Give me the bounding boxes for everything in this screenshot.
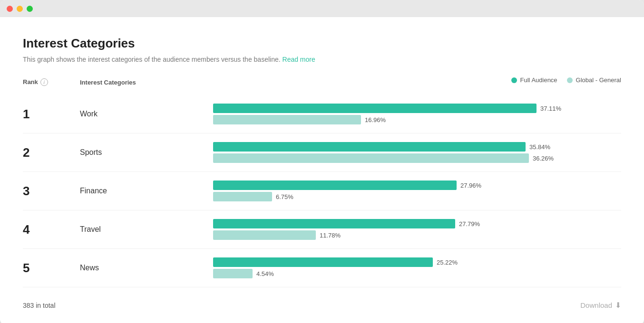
secondary-bar [213, 230, 316, 240]
total-count: 383 in total [23, 302, 56, 309]
secondary-bar-row: 11.78% [213, 230, 621, 240]
secondary-bar-label: 6.75% [276, 193, 293, 200]
read-more-link[interactable]: Read more [283, 56, 315, 63]
secondary-bar-row: 16.96% [213, 115, 621, 124]
category-name: Finance [80, 187, 213, 195]
secondary-bar-label: 36.26% [533, 155, 554, 162]
rank-number: 2 [23, 145, 80, 160]
primary-bar-row: 27.79% [213, 219, 621, 228]
rank-number: 1 [23, 107, 80, 122]
data-table: 1 Work 37.11% 16.96% 2 Sports 35.84% [23, 95, 621, 287]
bars-container: 27.79% 11.78% [213, 219, 621, 240]
close-button[interactable] [7, 6, 13, 12]
primary-bar-label: 27.96% [460, 182, 481, 189]
primary-bar-label: 25.22% [437, 259, 458, 266]
rank-info-icon[interactable]: i [40, 78, 48, 86]
secondary-bar-row: 4.54% [213, 269, 621, 278]
rank-number: 3 [23, 184, 80, 199]
secondary-bar-row: 6.75% [213, 192, 621, 201]
table-row: 3 Finance 27.96% 6.75% [23, 172, 621, 210]
global-general-dot [567, 77, 573, 83]
secondary-bar [213, 115, 361, 124]
bars-container: 25.22% 4.54% [213, 257, 621, 278]
bars-container: 27.96% 6.75% [213, 180, 621, 201]
table-row: 2 Sports 35.84% 36.26% [23, 133, 621, 172]
rank-number: 4 [23, 222, 80, 237]
secondary-bar-row: 36.26% [213, 153, 621, 163]
titlebar [0, 0, 644, 17]
table-header-row: Rank i Interest Categories Full Audience… [23, 76, 621, 87]
category-name: Sports [80, 148, 213, 157]
subtitle: This graph shows the interest categories… [23, 56, 621, 63]
category-header: Interest Categories [80, 79, 136, 86]
subtitle-text: This graph shows the interest categories… [23, 56, 281, 63]
legend-global-general: Global - General [567, 76, 621, 84]
table-row: 1 Work 37.11% 16.96% [23, 95, 621, 133]
primary-bar [213, 180, 457, 190]
secondary-bar-label: 11.78% [320, 232, 341, 239]
download-label: Download [580, 301, 612, 309]
primary-bar [213, 142, 526, 152]
full-audience-label: Full Audience [520, 76, 557, 84]
page-title: Interest Categories [23, 36, 621, 51]
download-icon: ⬇ [615, 301, 621, 310]
primary-bar [213, 104, 537, 113]
secondary-bar-label: 16.96% [365, 116, 386, 124]
primary-bar-row: 25.22% [213, 257, 621, 267]
legend-full-audience: Full Audience [511, 76, 557, 84]
secondary-bar [213, 153, 529, 163]
bars-container: 35.84% 36.26% [213, 142, 621, 163]
full-audience-dot [511, 77, 517, 83]
category-name: Work [80, 110, 213, 118]
secondary-bar [213, 192, 272, 201]
global-general-label: Global - General [576, 76, 621, 84]
minimize-button[interactable] [17, 6, 23, 12]
table-row: 5 News 25.22% 4.54% [23, 249, 621, 287]
footer: 383 in total Download ⬇ [23, 289, 621, 310]
category-name: Travel [80, 225, 213, 234]
secondary-bar [213, 269, 253, 278]
rank-header: Rank i [23, 78, 80, 86]
primary-bar [213, 219, 455, 228]
main-content: Interest Categories This graph shows the… [0, 17, 644, 323]
legend-items: Full Audience Global - General [511, 76, 621, 84]
category-name: News [80, 264, 213, 272]
primary-bar-label: 35.84% [529, 143, 550, 151]
primary-bar-row: 37.11% [213, 104, 621, 113]
bars-container: 37.11% 16.96% [213, 104, 621, 124]
table-row: 4 Travel 27.79% 11.78% [23, 210, 621, 249]
primary-bar [213, 257, 433, 267]
rank-number: 5 [23, 261, 80, 276]
primary-bar-label: 27.79% [459, 220, 480, 228]
legend: Full Audience Global - General [213, 76, 621, 87]
secondary-bar-label: 4.54% [256, 270, 274, 277]
download-button[interactable]: Download ⬇ [580, 301, 621, 310]
primary-bar-row: 35.84% [213, 142, 621, 152]
primary-bar-label: 37.11% [540, 105, 561, 112]
maximize-button[interactable] [27, 6, 33, 12]
app-window: Interest Categories This graph shows the… [0, 0, 644, 323]
primary-bar-row: 27.96% [213, 180, 621, 190]
